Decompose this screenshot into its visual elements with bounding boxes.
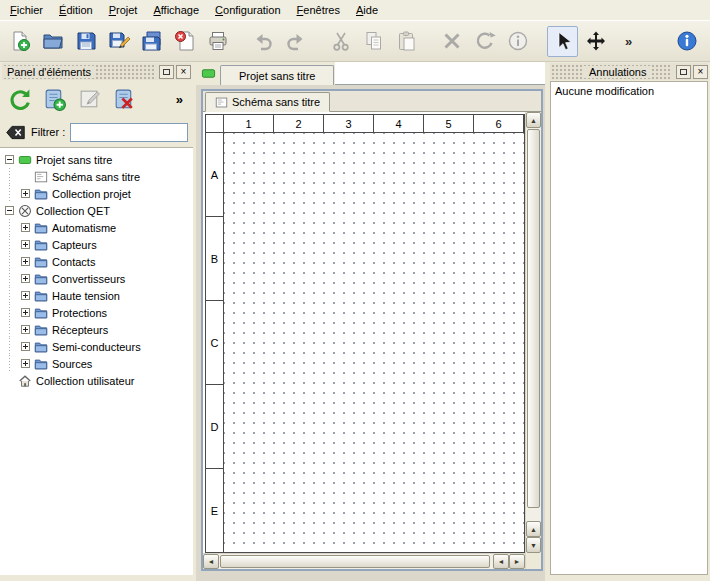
- column-headers: 123456: [206, 115, 524, 133]
- clear-filter-button[interactable]: [5, 124, 26, 141]
- open-project-button[interactable]: [37, 26, 68, 57]
- menu-fichier[interactable]: Fichier: [2, 0, 51, 20]
- undo-panel-close-button[interactable]: ×: [693, 65, 708, 79]
- vertical-scroll-track[interactable]: [526, 509, 541, 521]
- filter-input[interactable]: [70, 123, 188, 142]
- row-header-E: E: [206, 469, 223, 552]
- delete-icon: [441, 30, 463, 52]
- tree-item-haute-tension[interactable]: Haute tension: [2, 287, 193, 304]
- about-button[interactable]: [671, 26, 702, 57]
- paste-button[interactable]: [391, 26, 422, 57]
- expander-plus[interactable]: [21, 189, 30, 198]
- tab-schema[interactable]: Schéma sans titre: [205, 92, 330, 112]
- delete-selection-button[interactable]: [436, 26, 467, 57]
- edit-element-button[interactable]: [73, 83, 105, 115]
- expander-none: [21, 172, 30, 181]
- panel-overflow-chevron[interactable]: »: [176, 92, 183, 107]
- horizontal-scrollbar[interactable]: ◄ ◄ ►: [203, 553, 525, 569]
- close-file-button[interactable]: [169, 26, 200, 57]
- folder-icon: [34, 272, 48, 286]
- cut-button[interactable]: [325, 26, 356, 57]
- expander-plus[interactable]: [21, 257, 30, 266]
- elements-panel-close-button[interactable]: ×: [176, 65, 191, 79]
- qet-icon: [18, 204, 32, 218]
- scroll-right-button[interactable]: ►: [509, 554, 525, 569]
- tree-item-collection-utilisateur[interactable]: Collection utilisateur: [2, 372, 193, 389]
- redo-button[interactable]: [280, 26, 311, 57]
- toolbar-group-5: »: [547, 26, 646, 57]
- tree-item-collection-qet[interactable]: Collection QET: [2, 202, 193, 219]
- menu-affichage[interactable]: Affichage: [145, 0, 207, 20]
- elements-panel-toolbar: »: [0, 80, 193, 118]
- tree-item-sources[interactable]: Sources: [2, 355, 193, 372]
- expander-plus[interactable]: [21, 342, 30, 351]
- vertical-scrollbar[interactable]: ▲ ▲ ▼: [525, 112, 541, 553]
- save-button[interactable]: [70, 26, 101, 57]
- tree-item-projet-sans-titre[interactable]: Projet sans titre: [2, 151, 193, 168]
- tree-item-schema-sans-titre[interactable]: Schéma sans titre: [2, 168, 193, 185]
- expander-plus[interactable]: [21, 359, 30, 368]
- rotate-selection-button[interactable]: [469, 26, 500, 57]
- column-header-6: 6: [474, 115, 524, 132]
- tree-item-convertisseurs[interactable]: Convertisseurs: [2, 270, 193, 287]
- save-all-button[interactable]: [136, 26, 167, 57]
- scroll-up-button[interactable]: ▲: [526, 112, 541, 128]
- menu-edition[interactable]: Édition: [51, 0, 101, 20]
- scroll-down-button[interactable]: ▼: [526, 537, 541, 553]
- expander-minus[interactable]: [5, 155, 14, 164]
- toolbar-group-4: [436, 26, 535, 57]
- pan-mode-button[interactable]: [580, 26, 611, 57]
- tree-item-automatisme[interactable]: Automatisme: [2, 219, 193, 236]
- scroll-left-button[interactable]: ◄: [203, 554, 219, 569]
- tree-indent: [2, 253, 18, 270]
- selection-properties-button[interactable]: [502, 26, 533, 57]
- tree-item-label: Récepteurs: [52, 324, 108, 336]
- expander-plus[interactable]: [21, 291, 30, 300]
- menu-projet[interactable]: Projet: [101, 0, 146, 20]
- horizontal-scroll-thumb[interactable]: [220, 555, 490, 568]
- undo-panel-titlebar[interactable]: Annulations ×: [550, 63, 708, 80]
- menu-aide[interactable]: Aide: [348, 0, 386, 20]
- delete-element-button[interactable]: [108, 83, 140, 115]
- save-as-button[interactable]: [103, 26, 134, 57]
- schema-canvas[interactable]: [224, 133, 524, 552]
- reload-collections-button[interactable]: [3, 83, 35, 115]
- tree-item-recepteurs[interactable]: Récepteurs: [2, 321, 193, 338]
- save-as-icon: [108, 30, 130, 52]
- tree-item-collection-projet[interactable]: Collection projet: [2, 185, 193, 202]
- elements-panel-float-button[interactable]: [159, 65, 174, 79]
- tree-indent: [2, 168, 18, 185]
- main-toolbar: »: [0, 21, 710, 62]
- tree-item-protections[interactable]: Protections: [2, 304, 193, 321]
- expander-minus[interactable]: [5, 206, 14, 215]
- elements-panel-titlebar[interactable]: Panel d'éléments ×: [2, 63, 191, 80]
- vertical-scroll-thumb[interactable]: [527, 129, 540, 508]
- expander-plus[interactable]: [21, 308, 30, 317]
- cut-icon: [330, 30, 352, 52]
- expander-plus[interactable]: [21, 240, 30, 249]
- scroll-left-button-2[interactable]: ◄: [493, 554, 509, 569]
- expander-plus[interactable]: [21, 274, 30, 283]
- toolbar-overflow-button[interactable]: »: [613, 26, 644, 57]
- undo-history-list[interactable]: Aucune modification: [550, 81, 708, 575]
- tab-project[interactable]: Projet sans titre: [220, 65, 334, 85]
- print-button[interactable]: [202, 26, 233, 57]
- expander-plus[interactable]: [21, 223, 30, 232]
- undo-panel-float-button[interactable]: [676, 65, 691, 79]
- schema-view[interactable]: 123456 ABCDE: [205, 114, 525, 553]
- tree-item-semi-conducteurs[interactable]: Semi-conducteurs: [2, 338, 193, 355]
- tree-item-contacts[interactable]: Contacts: [2, 253, 193, 270]
- cursor-icon: [552, 30, 574, 52]
- tree-item-capteurs[interactable]: Capteurs: [2, 236, 193, 253]
- new-element-button[interactable]: [38, 83, 70, 115]
- tree-indent: [2, 219, 18, 236]
- menu-fenetres[interactable]: Fenêtres: [289, 0, 348, 20]
- scrollbar-corner: [525, 553, 541, 569]
- undo-button[interactable]: [247, 26, 278, 57]
- new-document-button[interactable]: [4, 26, 35, 57]
- select-mode-button[interactable]: [547, 26, 578, 57]
- expander-plus[interactable]: [21, 325, 30, 334]
- scroll-up-button-2[interactable]: ▲: [526, 521, 541, 537]
- menu-configuration[interactable]: Configuration: [207, 0, 288, 20]
- copy-button[interactable]: [358, 26, 389, 57]
